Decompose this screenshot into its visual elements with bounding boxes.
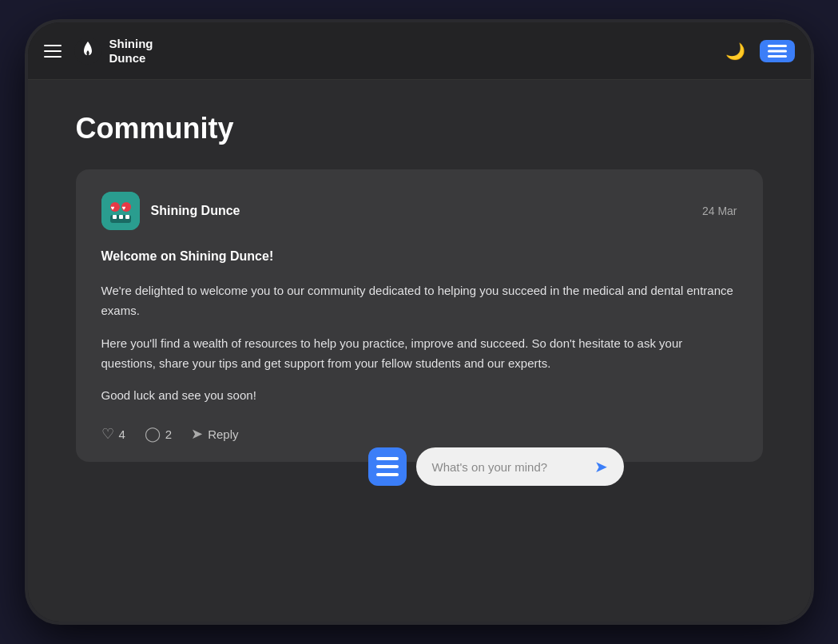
svg-rect-16 xyxy=(376,473,399,476)
hamburger-menu-button[interactable] xyxy=(44,45,62,58)
svg-rect-3 xyxy=(768,55,787,58)
reply-button[interactable]: ➤ Reply xyxy=(191,425,238,443)
topbar-right: 🌙 xyxy=(721,37,795,66)
user-menu-button[interactable] xyxy=(760,40,795,62)
tablet-frame: Shining Dunce 🌙 Community xyxy=(28,22,811,622)
comments-count: 2 xyxy=(165,427,172,441)
reply-icon: ➤ xyxy=(191,425,203,443)
topbar-left: Shining Dunce xyxy=(44,37,153,66)
send-icon[interactable]: ➤ xyxy=(594,457,608,476)
likes-count: 4 xyxy=(119,427,125,441)
monster-avatar-icon: ♥ ♥ xyxy=(101,192,140,230)
svg-rect-14 xyxy=(376,457,399,460)
post-card: ♥ ♥ Shining Dunce 24 Mar xyxy=(76,169,763,462)
svg-rect-12 xyxy=(125,215,129,219)
reply-label: Reply xyxy=(208,427,238,441)
post-body: Welcome on Shining Dunce! We're delighte… xyxy=(101,246,737,406)
compose-placeholder: What's on your mind? xyxy=(432,460,586,474)
svg-rect-11 xyxy=(119,215,123,219)
post-headline: Welcome on Shining Dunce! xyxy=(101,246,737,267)
svg-text:♥: ♥ xyxy=(121,205,125,212)
compose-avatar-icon xyxy=(370,449,405,484)
compose-bar: What's on your mind? ➤ xyxy=(368,447,624,486)
author-name: Shining Dunce xyxy=(151,204,240,218)
svg-rect-1 xyxy=(768,45,787,47)
brand: Shining Dunce xyxy=(74,37,153,66)
brand-name: Shining Dunce xyxy=(109,37,153,66)
post-header: ♥ ♥ Shining Dunce 24 Mar xyxy=(101,192,737,230)
compose-input[interactable]: What's on your mind? ➤ xyxy=(416,447,624,486)
post-actions: ♡ 4 ◯ 2 ➤ Reply xyxy=(101,425,737,443)
dark-mode-button[interactable]: 🌙 xyxy=(721,37,750,66)
svg-rect-10 xyxy=(113,215,117,219)
page-title: Community xyxy=(76,112,763,145)
heart-icon: ♡ xyxy=(101,425,114,443)
main-content: Community ♥ ♥ xyxy=(28,80,811,622)
user-menu-icon xyxy=(766,43,788,59)
post-paragraph-1: We're delighted to welcome you to our co… xyxy=(101,281,737,321)
topbar: Shining Dunce 🌙 xyxy=(28,22,811,80)
comment-icon: ◯ xyxy=(145,425,161,443)
svg-rect-4 xyxy=(101,192,140,230)
comment-button[interactable]: ◯ 2 xyxy=(145,425,172,443)
svg-text:♥: ♥ xyxy=(110,205,114,212)
brand-logo-icon xyxy=(74,38,101,65)
post-author: ♥ ♥ Shining Dunce xyxy=(101,192,240,230)
svg-rect-2 xyxy=(768,50,787,52)
post-date: 24 Mar xyxy=(702,205,737,217)
post-paragraph-3: Good luck and see you soon! xyxy=(101,386,737,406)
like-button[interactable]: ♡ 4 xyxy=(101,425,125,443)
compose-avatar xyxy=(368,447,407,486)
author-avatar: ♥ ♥ xyxy=(101,192,140,230)
post-paragraph-2: Here you'll find a wealth of resources t… xyxy=(101,334,737,374)
svg-rect-15 xyxy=(376,465,399,468)
